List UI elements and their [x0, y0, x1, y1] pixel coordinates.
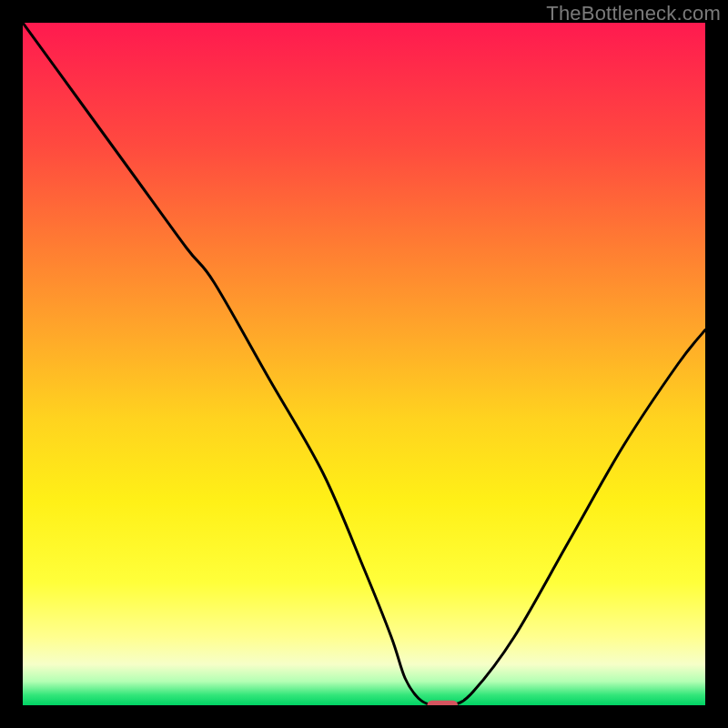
plot-area: [23, 23, 705, 705]
watermark-text: TheBottleneck.com: [546, 2, 721, 25]
chart-frame: TheBottleneck.com: [0, 0, 728, 728]
optimal-marker: [427, 701, 458, 705]
bottleneck-curve: [23, 23, 705, 705]
chart-svg: [23, 23, 705, 705]
